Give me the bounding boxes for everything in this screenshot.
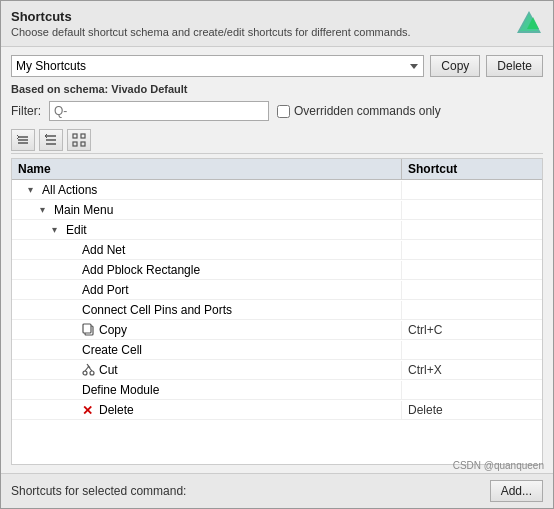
expand-icon: ▾ (40, 204, 52, 216)
add-button[interactable]: Add... (490, 480, 543, 502)
cell-name: Connect Cell Pins and Ports (12, 301, 402, 319)
app-logo (515, 9, 543, 40)
row-label: Add Pblock Rectangle (82, 263, 200, 277)
svg-rect-11 (73, 142, 77, 146)
list-item[interactable]: Add Net (12, 240, 542, 260)
shortcuts-dialog: Shortcuts Choose default shortcut schema… (0, 0, 554, 509)
row-label: Add Port (82, 283, 129, 297)
expand-icon: ▾ (28, 184, 40, 196)
expand-icon (68, 344, 80, 356)
based-on-prefix: Based on schema: (11, 83, 108, 95)
expand-icon (68, 404, 80, 416)
footer-label: Shortcuts for selected command: (11, 484, 186, 498)
row-label: Define Module (82, 383, 159, 397)
list-item[interactable]: Add Pblock Rectangle (12, 260, 542, 280)
based-on-label: Based on schema: Vivado Default (11, 83, 543, 95)
settings-button[interactable] (67, 129, 91, 151)
list-item[interactable]: ▾ All Actions (12, 180, 542, 200)
filter-row: Filter: Overridden commands only (11, 101, 543, 121)
shortcuts-table: Name Shortcut ▾ All Actions ▾ Main Menu (11, 158, 543, 465)
cell-name: Create Cell (12, 341, 402, 359)
list-item[interactable]: Add Port (12, 280, 542, 300)
svg-rect-10 (81, 134, 85, 138)
cell-name: ▾ Edit (12, 221, 402, 239)
schema-select[interactable]: My Shortcuts Vivado Default Custom (11, 55, 424, 77)
svg-point-15 (83, 371, 87, 375)
cell-shortcut (402, 308, 542, 312)
footer-bar: Shortcuts for selected command: Add... (1, 473, 553, 508)
cell-name: Copy (12, 321, 402, 339)
cell-name: Cut (12, 361, 402, 379)
dialog-body: My Shortcuts Vivado Default Custom Copy … (1, 47, 553, 473)
cell-shortcut (402, 388, 542, 392)
table-body[interactable]: ▾ All Actions ▾ Main Menu ▾ (12, 180, 542, 464)
row-label: Edit (66, 223, 87, 237)
svg-point-16 (90, 371, 94, 375)
cell-shortcut (402, 348, 542, 352)
overridden-label: Overridden commands only (294, 104, 441, 118)
row-label: Main Menu (54, 203, 113, 217)
list-item[interactable]: Create Cell (12, 340, 542, 360)
cell-shortcut (402, 248, 542, 252)
expand-icon (68, 244, 80, 256)
list-item[interactable]: Cut Ctrl+X (12, 360, 542, 380)
svg-rect-14 (83, 324, 91, 333)
row-label: Copy (99, 323, 127, 337)
dialog-subtitle: Choose default shortcut schema and creat… (11, 26, 411, 38)
cell-shortcut (402, 208, 542, 212)
copy-button[interactable]: Copy (430, 55, 480, 77)
expand-all-button[interactable] (11, 129, 35, 151)
cell-name: ✕ Delete (12, 401, 402, 419)
col-shortcut: Shortcut (402, 159, 542, 179)
expand-icon (68, 384, 80, 396)
row-label: Add Net (82, 243, 125, 257)
row-label: Connect Cell Pins and Ports (82, 303, 232, 317)
schema-row: My Shortcuts Vivado Default Custom Copy … (11, 55, 543, 77)
cell-shortcut (402, 288, 542, 292)
list-item[interactable]: Connect Cell Pins and Ports (12, 300, 542, 320)
col-name: Name (12, 159, 402, 179)
cell-name: ▾ Main Menu (12, 201, 402, 219)
cell-name: Define Module (12, 381, 402, 399)
cell-shortcut (402, 268, 542, 272)
filter-input[interactable] (49, 101, 269, 121)
expand-icon (68, 304, 80, 316)
list-item[interactable]: ▾ Edit (12, 220, 542, 240)
expand-icon (68, 264, 80, 276)
based-on-value: Vivado Default (111, 83, 187, 95)
cell-shortcut (402, 188, 542, 192)
dialog-title: Shortcuts (11, 9, 411, 24)
expand-icon (68, 324, 80, 336)
list-item[interactable]: Define Module (12, 380, 542, 400)
collapse-all-button[interactable] (39, 129, 63, 151)
list-item[interactable]: ✕ Delete Delete (12, 400, 542, 420)
list-item[interactable]: ▾ Main Menu (12, 200, 542, 220)
row-label: Delete (99, 403, 134, 417)
delete-icon: ✕ (82, 403, 96, 417)
row-label: Cut (99, 363, 118, 377)
expand-icon: ▾ (52, 224, 64, 236)
svg-rect-9 (73, 134, 77, 138)
cell-shortcut (402, 228, 542, 232)
row-label: Create Cell (82, 343, 142, 357)
toolbar-row (11, 127, 543, 154)
cell-name: Add Port (12, 281, 402, 299)
overridden-checkbox-label[interactable]: Overridden commands only (277, 104, 441, 118)
cell-name: Add Pblock Rectangle (12, 261, 402, 279)
expand-icon (68, 284, 80, 296)
cell-shortcut: Ctrl+C (402, 321, 542, 339)
cell-name: ▾ All Actions (12, 181, 402, 199)
overridden-checkbox[interactable] (277, 105, 290, 118)
cell-name: Add Net (12, 241, 402, 259)
list-item[interactable]: Copy Ctrl+C (12, 320, 542, 340)
cell-shortcut: Ctrl+X (402, 361, 542, 379)
header-left: Shortcuts Choose default shortcut schema… (11, 9, 411, 38)
cell-shortcut: Delete (402, 401, 542, 419)
copy-icon (82, 323, 96, 337)
cut-icon (82, 363, 96, 377)
expand-icon (68, 364, 80, 376)
delete-button[interactable]: Delete (486, 55, 543, 77)
dialog-header: Shortcuts Choose default shortcut schema… (1, 1, 553, 47)
row-label: All Actions (42, 183, 97, 197)
svg-rect-12 (81, 142, 85, 146)
